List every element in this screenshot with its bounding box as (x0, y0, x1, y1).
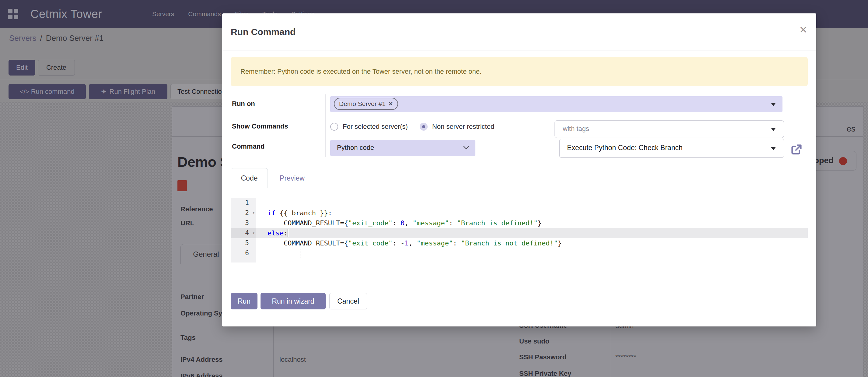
close-icon[interactable]: ✕ (799, 25, 807, 35)
gutter-line-6: 6 (231, 248, 256, 258)
editor-tab-strip: Code Preview (231, 168, 808, 188)
radio-non-server-restricted[interactable] (420, 123, 428, 130)
field-label-ssh-password: SSH Password (519, 353, 566, 361)
edit-button[interactable]: Edit (8, 60, 35, 76)
code-line-6[interactable] (256, 248, 808, 258)
code-line-4[interactable]: else: (256, 228, 808, 238)
with-tags-placeholder: with tags (563, 125, 589, 133)
status-red-dot-icon (839, 157, 847, 165)
run-in-wizard-button[interactable]: Run in wizard (260, 293, 326, 310)
run-command-modal: Run Command ✕ Remember: Python code is e… (222, 13, 816, 326)
tab-code[interactable]: Code (231, 168, 268, 188)
code-icon: </> (20, 88, 29, 95)
field-value-ssh-password: ******** (615, 353, 637, 361)
command-select[interactable]: Execute Python Code: Check Branch (559, 139, 784, 158)
tag-remove-icon[interactable]: ✕ (389, 100, 393, 107)
cancel-button[interactable]: Cancel (329, 293, 367, 310)
field-label-use-sudo: Use sudo (519, 338, 549, 345)
breadcrumb-link-servers[interactable]: Servers (9, 33, 36, 43)
show-commands-radio-group: For selected server(s) Non server restri… (330, 122, 502, 132)
server-tag[interactable]: Demo Server #1 ✕ (334, 98, 398, 110)
code-line-5[interactable]: COMMAND_RESULT={"exit_code": -1, "messag… (256, 238, 808, 248)
server-avatar (178, 180, 187, 191)
field-value-ipv4: localhost (279, 356, 306, 364)
tab-preview[interactable]: Preview (268, 168, 316, 188)
field-label-partner: Partner (181, 293, 204, 301)
field-label-url: URL (181, 219, 194, 227)
dropdown-caret-icon (771, 103, 776, 106)
fold-caret-icon[interactable]: ▾ (253, 228, 255, 238)
smart-button-fragment[interactable]: es (847, 124, 856, 134)
app-brand[interactable]: Cetmix Tower (30, 0, 102, 28)
run-button[interactable]: Run (231, 293, 257, 310)
gutter-line-4: 4▾ (231, 228, 256, 238)
field-label-tags: Tags (181, 334, 196, 342)
editor-code[interactable]: if {{ branch }}: COMMAND_RESULT={"exit_c… (256, 198, 808, 262)
breadcrumb-separator: / (40, 33, 42, 43)
code-line-2[interactable]: if {{ branch }}: (256, 208, 808, 218)
external-link-icon[interactable] (789, 143, 804, 156)
modal-footer-divider (222, 285, 816, 285)
code-line-3[interactable]: COMMAND_RESULT={"exit_code": 0, "message… (256, 218, 808, 228)
gutter-line-1: 1 (231, 198, 256, 208)
screen: Cetmix Tower ServersCommandsFilesToolsSe… (0, 0, 868, 377)
dropdown-caret-icon (771, 147, 776, 150)
field-label-ipv6: IPv6 Address (181, 372, 223, 377)
run-flight-plan-button[interactable]: ✈ Run Flight Plan (89, 84, 167, 99)
modal-header (222, 13, 816, 51)
radio-label-for-selected-servers[interactable]: For selected server(s) (343, 123, 408, 130)
chevron-down-icon (463, 143, 469, 149)
field-label-ssh-private-key: SSH Private Key (519, 370, 571, 377)
nav-item-commands[interactable]: Commands (188, 10, 221, 18)
editor-gutter: 12▾34▾56 (231, 198, 256, 262)
nav-item-servers[interactable]: Servers (152, 10, 174, 18)
field-label-reference: Reference (181, 205, 213, 213)
indent-guide (284, 249, 284, 258)
run-command-button[interactable]: </> Run command (8, 84, 86, 99)
warning-text: Remember: Python code is executed on the… (241, 67, 482, 76)
text-cursor (288, 229, 288, 237)
run-on-label: Run on (232, 100, 255, 108)
fold-caret-icon[interactable]: ▾ (253, 208, 255, 218)
show-commands-label: Show Commands (232, 122, 288, 130)
run-on-multiselect[interactable]: Demo Server #1 ✕ (330, 96, 782, 112)
command-type-select[interactable]: Python code (330, 140, 475, 156)
gutter-line-3: 3 (231, 218, 256, 228)
code-editor[interactable]: 12▾34▾56 if {{ branch }}: COMMAND_RESULT… (231, 198, 808, 262)
dropdown-caret-icon (771, 128, 776, 131)
radio-for-selected-servers[interactable] (330, 123, 338, 130)
radio-label-non-server-restricted[interactable]: Non server restricted (432, 123, 494, 130)
gutter-line-2: 2▾ (231, 208, 256, 218)
warning-banner: Remember: Python code is executed on the… (231, 57, 808, 86)
breadcrumb-current: Demo Server #1 (46, 33, 103, 43)
with-tags-select[interactable]: with tags (555, 120, 784, 138)
plane-icon: ✈ (101, 88, 106, 95)
code-line-1[interactable] (256, 198, 808, 208)
apps-menu-icon[interactable] (8, 9, 18, 19)
modal-title: Run Command (231, 27, 296, 37)
breadcrumb: Servers / Demo Server #1 (9, 33, 103, 43)
command-label: Command (232, 143, 265, 150)
field-label-ipv4: IPv4 Address (181, 356, 223, 364)
create-button[interactable]: Create (38, 60, 75, 76)
gutter-line-5: 5 (231, 238, 256, 248)
